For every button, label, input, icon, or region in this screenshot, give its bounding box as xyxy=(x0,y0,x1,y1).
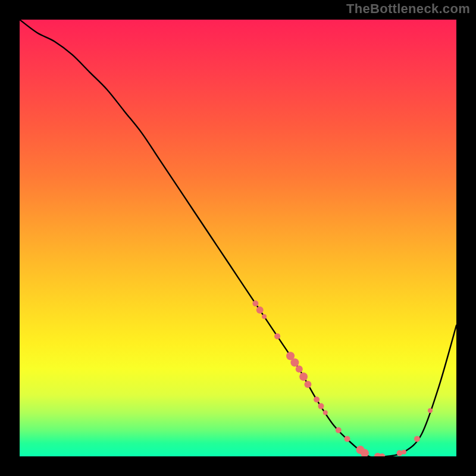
marker-group xyxy=(252,300,433,456)
marker-dot xyxy=(414,436,420,442)
watermark-text: TheBottleneck.com xyxy=(346,1,470,17)
marker-dot xyxy=(252,300,258,306)
marker-dot xyxy=(290,358,299,367)
marker-dot xyxy=(314,397,320,403)
marker-dot xyxy=(318,403,324,409)
marker-dot xyxy=(336,427,342,433)
marker-dot xyxy=(304,381,311,388)
marker-dot xyxy=(323,411,328,415)
marker-dot xyxy=(428,408,433,413)
marker-dot xyxy=(402,450,406,455)
marker-dot xyxy=(345,436,350,442)
marker-dot xyxy=(274,333,280,339)
chart-wrapper: TheBottleneck.com xyxy=(0,0,476,476)
marker-dot xyxy=(256,306,264,314)
marker-dot xyxy=(262,314,267,319)
curve-line xyxy=(20,20,456,456)
marker-dot xyxy=(296,365,303,372)
marker-dot xyxy=(397,450,403,456)
chart-svg xyxy=(20,20,456,456)
marker-dot xyxy=(299,372,308,381)
